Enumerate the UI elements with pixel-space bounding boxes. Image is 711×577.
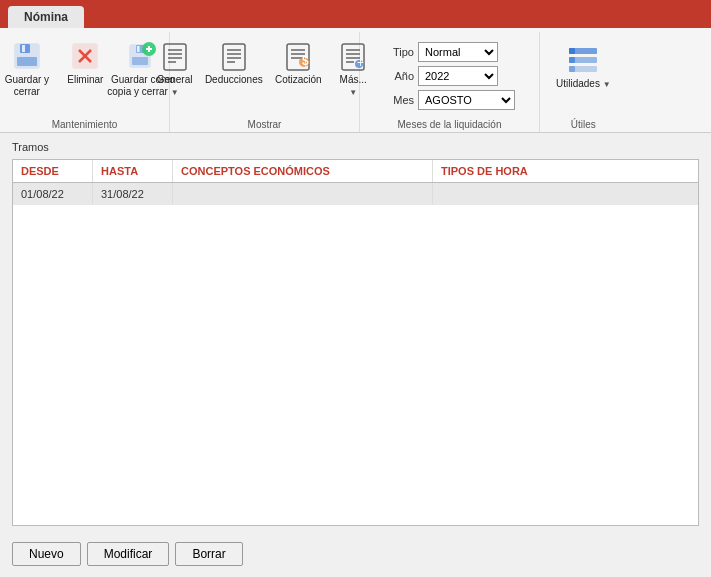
table-header: DESDE HASTA CONCEPTOS ECONÓMICOS TIPOS D… — [13, 160, 698, 183]
deductions-label: Deducciones — [205, 74, 263, 86]
tab-bar: Nómina — [0, 0, 711, 28]
utilities-button[interactable]: Utilidades ▼ — [548, 36, 619, 93]
mes-field-label: Mes — [384, 94, 414, 106]
meses-label: Meses de la liquidación — [360, 119, 539, 130]
anio-field-row: Año 2021 2022 2023 — [384, 66, 515, 86]
anio-select[interactable]: 2021 2022 2023 — [418, 66, 498, 86]
svg-rect-9 — [132, 57, 148, 65]
ribbon-group-mostrar: General Deducciones — [170, 32, 360, 132]
main-content: Tramos DESDE HASTA CONCEPTOS ECONÓMICOS … — [0, 133, 711, 534]
svg-rect-42 — [569, 66, 575, 72]
svg-rect-19 — [223, 44, 245, 70]
cell-conceptos — [173, 183, 433, 205]
cell-hasta: 31/08/22 — [93, 183, 173, 205]
header-conceptos: CONCEPTOS ECONÓMICOS — [173, 160, 433, 182]
more-arrow: ▼ — [349, 88, 357, 97]
tramos-table: DESDE HASTA CONCEPTOS ECONÓMICOS TIPOS D… — [12, 159, 699, 526]
header-desde: DESDE — [13, 160, 93, 182]
bottom-bar: Nuevo Modificar Borrar — [0, 534, 711, 574]
tab-nomina[interactable]: Nómina — [8, 6, 84, 28]
mostrar-buttons: General Deducciones — [151, 36, 377, 130]
delete-button[interactable]: Eliminar — [63, 36, 107, 90]
cell-tipos — [433, 183, 698, 205]
save-close-label: Guardar y cerrar — [0, 74, 55, 98]
header-hasta: HASTA — [93, 160, 173, 182]
quotation-button[interactable]: $ Cotización — [270, 36, 327, 90]
quotation-label: Cotización — [275, 74, 322, 86]
ribbon-fields: Tipo Normal Extra Atraso Año 2021 2022 2… — [376, 36, 523, 116]
svg-rect-3 — [22, 45, 25, 52]
utilities-label: Utilidades ▼ — [556, 78, 611, 89]
ribbon: Guardar y cerrar Eliminar — [0, 28, 711, 133]
cell-desde: 01/08/22 — [13, 183, 93, 205]
mes-field-row: Mes ENEROFEBREROMARZO ABRILMAYOJUNIO JUL… — [384, 90, 515, 110]
ribbon-group-utilities: Utilidades ▼ Útiles — [540, 32, 627, 132]
svg-text:$: $ — [302, 54, 309, 68]
header-tipos: TIPOS DE HORA — [433, 160, 698, 182]
general-label: General — [157, 74, 193, 86]
section-title: Tramos — [12, 141, 699, 153]
general-button[interactable]: General — [151, 36, 197, 90]
borrar-button[interactable]: Borrar — [175, 542, 242, 566]
save-close-button[interactable]: Guardar y cerrar — [0, 36, 61, 102]
svg-rect-14 — [164, 44, 186, 70]
utiles-label: Útiles — [540, 119, 627, 130]
deductions-icon — [218, 40, 250, 72]
modificar-button[interactable]: Modificar — [87, 542, 170, 566]
mostrar-label: Mostrar — [170, 119, 359, 130]
nuevo-button[interactable]: Nuevo — [12, 542, 81, 566]
table-empty-area — [13, 205, 698, 525]
tipo-select[interactable]: Normal Extra Atraso — [418, 42, 498, 62]
mantenimiento-label: Mantenimiento — [0, 119, 169, 130]
svg-rect-2 — [17, 57, 37, 66]
mes-select[interactable]: ENEROFEBREROMARZO ABRILMAYOJUNIO JULIOAG… — [418, 90, 515, 110]
quotation-icon: $ — [282, 40, 314, 72]
table-row[interactable]: 01/08/22 31/08/22 — [13, 183, 698, 205]
general-icon — [159, 40, 191, 72]
utilities-arrow: ▼ — [603, 80, 611, 89]
mantenimiento-buttons: Guardar y cerrar Eliminar — [0, 36, 177, 130]
ribbon-group-meses: Tipo Normal Extra Atraso Año 2021 2022 2… — [360, 32, 540, 132]
tipo-field-row: Tipo Normal Extra Atraso — [384, 42, 515, 62]
svg-rect-10 — [137, 46, 140, 52]
svg-rect-38 — [569, 48, 575, 54]
ribbon-group-mantenimiento: Guardar y cerrar Eliminar — [0, 32, 170, 132]
anio-field-label: Año — [384, 70, 414, 82]
deductions-button[interactable]: Deducciones — [200, 36, 268, 90]
delete-label: Eliminar — [67, 74, 103, 86]
save-icon — [11, 40, 43, 72]
tipo-field-label: Tipo — [384, 46, 414, 58]
utilities-icon — [564, 40, 602, 78]
svg-rect-40 — [569, 57, 575, 63]
delete-icon — [69, 40, 101, 72]
